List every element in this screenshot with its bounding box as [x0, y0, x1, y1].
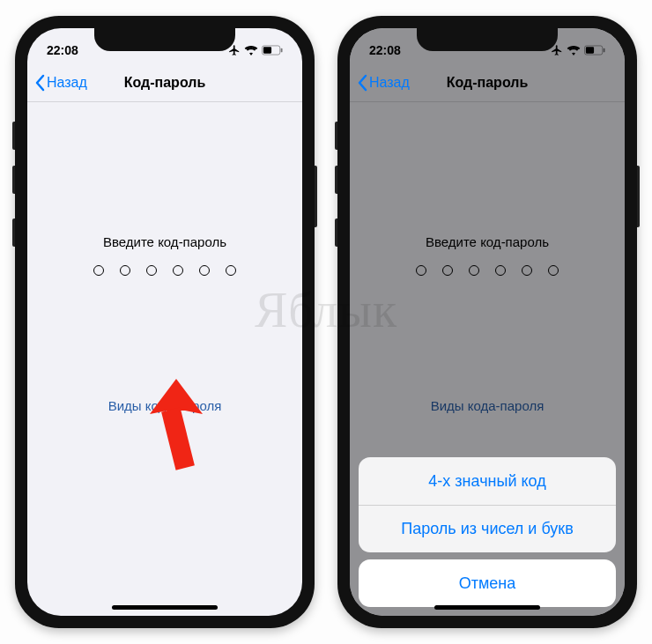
home-indicator[interactable]: [434, 605, 540, 610]
back-label: Назад: [47, 75, 87, 91]
cancel-button[interactable]: Отмена: [359, 559, 616, 607]
status-icons: [228, 44, 283, 56]
status-icons: [551, 44, 605, 56]
notch: [94, 28, 235, 51]
svg-rect-1: [263, 47, 271, 53]
action-sheet: 4-х значный код Пароль из чисел и букв О…: [359, 457, 616, 607]
battery-icon: [262, 45, 283, 56]
back-label: Назад: [369, 75, 410, 91]
passcode-dot: [120, 265, 130, 276]
passcode-dot: [146, 265, 157, 276]
chevron-left-icon: [357, 74, 367, 92]
option-4digit[interactable]: 4-х значный код: [359, 457, 616, 505]
passcode-dot: [173, 265, 183, 276]
nav-bar: Назад Код-пароль: [350, 63, 625, 102]
option-alphanumeric[interactable]: Пароль из чисел и букв: [359, 505, 616, 552]
home-indicator[interactable]: [112, 605, 218, 610]
svg-rect-4: [586, 47, 594, 53]
passcode-dot: [93, 265, 104, 276]
nav-title: Код-пароль: [447, 75, 529, 91]
nav-title: Код-пароль: [124, 75, 206, 91]
phone-left: 22:08 Назад Код-пароль Введите код-парол…: [15, 16, 315, 628]
svg-rect-2: [281, 48, 283, 53]
action-sheet-group: 4-х значный код Пароль из чисел и букв: [359, 457, 616, 552]
chevron-left-icon: [34, 74, 45, 92]
status-time: 22:08: [47, 43, 78, 57]
wifi-icon: [244, 45, 258, 56]
notch: [417, 28, 558, 51]
passcode-dot: [199, 265, 210, 276]
wifi-icon: [567, 45, 581, 56]
phone-right: 22:08 Назад Код-пароль Введите код-парол…: [337, 16, 637, 628]
battery-icon: [584, 45, 605, 56]
passcode-dot: [226, 265, 236, 276]
svg-rect-5: [604, 48, 605, 53]
screen: 22:08 Назад Код-пароль Введите код-парол…: [350, 28, 625, 616]
back-button[interactable]: Назад: [34, 63, 87, 102]
status-time: 22:08: [369, 43, 401, 57]
content: Введите код-пароль Виды кода-пароля: [27, 102, 302, 616]
passcode-options-link[interactable]: Виды кода-пароля: [27, 398, 302, 413]
passcode-dots: [93, 265, 236, 276]
nav-bar: Назад Код-пароль: [27, 63, 302, 102]
screen: 22:08 Назад Код-пароль Введите код-парол…: [27, 28, 302, 616]
passcode-prompt: Введите код-пароль: [103, 234, 226, 249]
back-button[interactable]: Назад: [357, 63, 410, 102]
